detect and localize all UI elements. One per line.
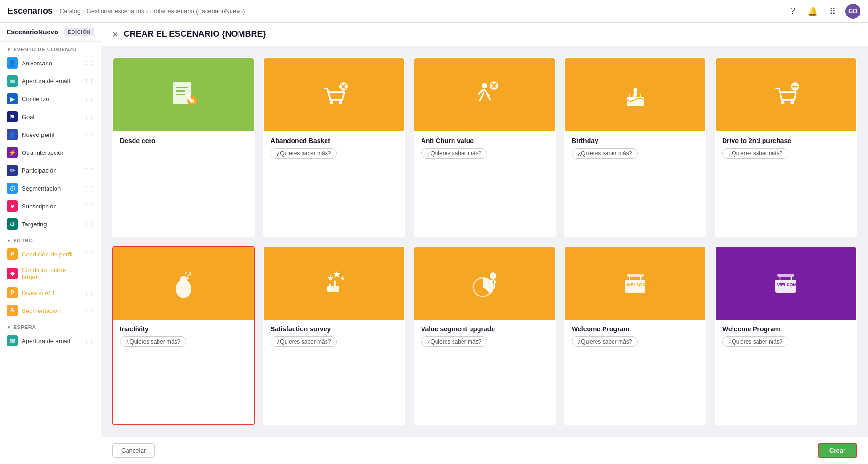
app-title: Escenarios	[8, 6, 53, 16]
svg-point-10	[330, 101, 333, 104]
cancel-button[interactable]: Cancelar	[112, 443, 155, 458]
card-title-welcome-program-1: Welcome Program	[572, 325, 699, 333]
card-link-abandoned-basket[interactable]: ¿Quieres saber más?	[271, 148, 337, 159]
section-arrow-filtro: ▼	[7, 238, 11, 243]
card-link-anti-churn[interactable]: ¿Quieres saber más?	[421, 148, 487, 159]
content-footer: Cancelar Crear	[101, 437, 868, 464]
card-link-value-segment[interactable]: ¿Quieres saber más?	[421, 336, 487, 347]
value-segment-svg	[466, 264, 503, 302]
drag-handle: ⋮⋮	[84, 150, 94, 156]
grid-icon[interactable]: ⠿	[826, 5, 839, 18]
card-img-anti-churn	[414, 58, 555, 131]
card-img-birthday	[565, 58, 705, 131]
card-anti-churn[interactable]: Anti Churn value ¿Quieres saber más?	[414, 57, 556, 237]
sidebar-item-aniversario[interactable]: 👤 Aniversario ⋮⋮	[0, 54, 101, 72]
content-header: × CREAR EL ESCENARIO {NOMBRE}	[101, 23, 868, 46]
sidebar-header: EscenarioNuevo EDICIÓN	[0, 23, 101, 42]
card-body-satisfaction-survey: Satisfaction survey ¿Quieres saber más?	[264, 320, 404, 352]
birthday-svg	[616, 76, 654, 114]
sidebar-item-condicion-perfil[interactable]: P Condición de perfil ⋮⋮	[0, 245, 101, 263]
card-welcome-program-1[interactable]: WELCOME Welcome Program ¿Quieres saber m…	[564, 246, 706, 425]
svg-point-28	[791, 101, 794, 104]
goal-icon: ⚑	[7, 111, 18, 122]
drive-2nd-svg	[767, 76, 804, 114]
topnav: Escenarios › Catalog › Gestionar escenar…	[0, 0, 868, 23]
card-img-welcome-program-1: WELCOME	[565, 247, 705, 320]
sidebar-item-goal[interactable]: ⚑ Goal ⋮⋮	[0, 108, 101, 126]
section-title-espera: ▼ ESPERA	[0, 320, 101, 332]
section-label-evento: EVENTO DE COMIENZO	[13, 47, 77, 52]
breadcrumb-catalog[interactable]: Catalog	[59, 8, 80, 15]
card-img-desde-cero	[113, 58, 254, 131]
card-img-drive-2nd	[716, 58, 856, 131]
avatar[interactable]: GD	[845, 4, 860, 19]
sidebar-item-targeting[interactable]: ⚙ Targeting ⋮⋮	[0, 215, 101, 233]
card-abandoned-basket[interactable]: Abandoned Basket ¿Quieres saber más?	[263, 57, 405, 237]
nuevo-perfil-icon: 👤	[7, 129, 18, 140]
participacion-icon: ✏	[7, 165, 18, 176]
card-title-birthday: Birthday	[572, 137, 699, 144]
create-button[interactable]: Crear	[818, 443, 857, 458]
card-drive-2nd[interactable]: Drive to 2nd purchase ¿Quieres saber más…	[715, 57, 857, 237]
sidebar-item-participacion[interactable]: ✏ Participación ⋮⋮	[0, 161, 101, 179]
card-welcome-program-2[interactable]: WELCOME Welcome Program ¿Quieres saber m…	[715, 246, 857, 425]
card-value-segment[interactable]: Value segment upgrade ¿Quieres saber más…	[414, 246, 556, 425]
card-img-abandoned-basket	[264, 58, 404, 131]
section-arrow-espera: ▼	[7, 325, 11, 330]
abandoned-basket-svg	[315, 76, 353, 114]
sidebar-item-nuevo-perfil[interactable]: 👤 Nuevo perfil ⋮⋮	[0, 126, 101, 144]
sidebar-item-subscripcion[interactable]: ♥ Subscripción ⋮⋮	[0, 197, 101, 215]
cards-grid: Desde cero	[101, 46, 868, 437]
card-link-satisfaction-survey[interactable]: ¿Quieres saber más?	[271, 336, 337, 347]
card-link-welcome-program-1[interactable]: ¿Quieres saber más?	[572, 336, 638, 347]
sidebar-item-segmentacion-filtro[interactable]: S Segmentación ⋮⋮	[0, 302, 101, 320]
drag-handle: ⋮⋮	[84, 185, 94, 192]
card-img-satisfaction-survey: ★ ★ ★	[264, 247, 404, 320]
sidebar-item-segmentacion-evento[interactable]: ⏱ Segmentación ⋮⋮	[0, 179, 101, 197]
svg-point-22	[634, 88, 637, 92]
sidebar-item-espera-email[interactable]: ✉ Apertura de email ⋮⋮	[0, 332, 101, 350]
card-body-value-segment: Value segment upgrade ¿Quieres saber más…	[414, 320, 555, 352]
svg-rect-1	[176, 87, 188, 88]
svg-point-27	[781, 101, 785, 104]
breadcrumb-sep-0: ›	[56, 8, 57, 15]
breadcrumb-sep-2: ›	[146, 8, 148, 15]
breadcrumb-sep-1: ›	[82, 8, 84, 15]
sidebar-item-condicion-target[interactable]: ◆ Condición sobre targeti... ⋮⋮	[0, 263, 101, 284]
segmentacion-evento-label: Segmentación	[22, 185, 80, 192]
help-icon[interactable]: ?	[786, 5, 799, 18]
svg-text:z: z	[185, 272, 187, 274]
card-inactivity[interactable]: ✓ Z Z z Inactivity ¿Quieres saber más?	[112, 246, 255, 425]
main-layout: EscenarioNuevo EDICIÓN ▼ EVENTO DE COMIE…	[0, 23, 868, 464]
card-body-inactivity: Inactivity ¿Quieres saber más?	[113, 320, 254, 352]
drag-handle: ⋮⋮	[84, 78, 94, 84]
notification-icon[interactable]: 🔔	[806, 5, 819, 18]
card-body-anti-churn: Anti Churn value ¿Quieres saber más?	[414, 131, 555, 164]
segmentacion-evento-icon: ⏱	[7, 183, 18, 194]
card-link-welcome-program-2[interactable]: ¿Quieres saber más?	[722, 336, 788, 347]
goal-label: Goal	[22, 113, 80, 120]
card-satisfaction-survey[interactable]: ★ ★ ★ Satisfaction survey ¿Quieres saber…	[263, 246, 405, 425]
condicion-perfil-label: Condición de perfil	[22, 251, 80, 258]
card-body-birthday: Birthday ¿Quieres saber más?	[565, 131, 705, 164]
breadcrumb-gestionar[interactable]: Gestionar escenarios	[87, 8, 144, 15]
svg-rect-3	[176, 94, 186, 95]
sidebar-item-apertura-email[interactable]: ✉ Apertura de email ⋮⋮	[0, 72, 101, 90]
comienzo-label: Comienzo	[22, 96, 80, 103]
svg-point-15	[482, 83, 487, 88]
close-button[interactable]: ×	[112, 30, 118, 39]
sidebar: EscenarioNuevo EDICIÓN ▼ EVENTO DE COMIE…	[0, 23, 101, 464]
card-title-anti-churn: Anti Churn value	[421, 137, 548, 144]
card-link-drive-2nd[interactable]: ¿Quieres saber más?	[722, 148, 788, 159]
sidebar-item-otra-interaccion[interactable]: ⚡ Otra interacción ⋮⋮	[0, 144, 101, 161]
sidebar-item-division-ab[interactable]: P División A/B ⋮⋮	[0, 284, 101, 302]
svg-rect-39	[327, 286, 330, 292]
sidebar-item-comienzo[interactable]: ▶ Comienzo ⋮⋮	[0, 90, 101, 108]
card-link-inactivity[interactable]: ¿Quieres saber más?	[120, 336, 186, 347]
card-birthday[interactable]: Birthday ¿Quieres saber más?	[564, 57, 706, 237]
card-body-welcome-program-1: Welcome Program ¿Quieres saber más?	[565, 320, 705, 352]
card-link-birthday[interactable]: ¿Quieres saber más?	[572, 148, 638, 159]
espera-email-icon: ✉	[7, 335, 18, 346]
card-desde-cero[interactable]: Desde cero	[112, 57, 255, 237]
topnav-icons: ? 🔔 ⠿ GD	[786, 4, 860, 19]
